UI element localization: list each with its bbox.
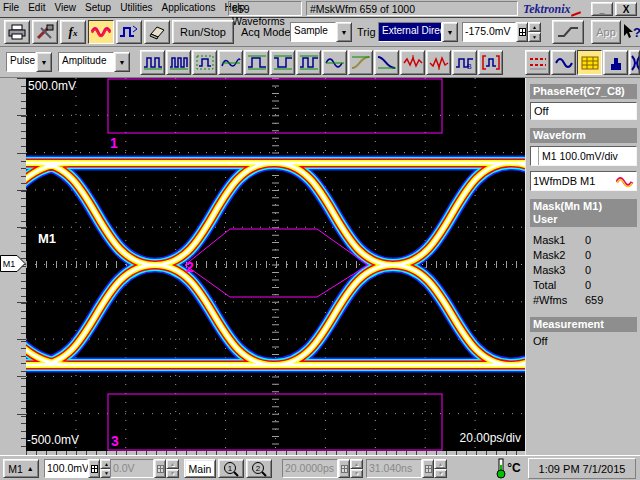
noise-pos-icon — [403, 54, 423, 71]
mag1-view-button[interactable]: 1 — [218, 459, 244, 478]
vertical-scale-value[interactable]: 100.0mV — [44, 459, 88, 478]
vectors-icon — [555, 55, 573, 71]
waveform-database-row[interactable]: 1WfmDB M1 — [530, 171, 637, 191]
view-vectors-button[interactable] — [551, 50, 576, 75]
meas-sine-mid-button[interactable] — [218, 50, 243, 75]
signal-class-select[interactable]: Pulse ▼ — [6, 52, 52, 72]
phaseref-value[interactable]: Off — [530, 102, 637, 120]
meas-overshoot-button[interactable] — [296, 50, 321, 75]
menu-utilities[interactable]: Utilities — [117, 0, 155, 15]
acq-mode-select[interactable]: Sample ▼ — [290, 22, 352, 42]
mag2-view-button[interactable]: 2 — [246, 459, 272, 478]
meas-neg-duty-button[interactable] — [270, 50, 295, 75]
trig-source-select[interactable]: External Direct ▼ — [378, 22, 458, 42]
keypad-icon[interactable] — [88, 459, 100, 478]
view-cursors-button[interactable] — [525, 50, 550, 75]
horizontal-delay-stepper: ▲▼ — [434, 459, 447, 478]
view-eye-button[interactable] — [629, 50, 640, 75]
minimize-button[interactable]: _ — [591, 2, 613, 16]
eraser-icon — [147, 24, 167, 40]
mask2-label: 2 — [186, 259, 194, 275]
menu-setup[interactable]: Setup — [82, 0, 114, 15]
brand-red-swoosh — [571, 11, 581, 16]
mask-header-title: Mask(Mn M1) — [533, 200, 634, 213]
trig-level-value[interactable]: -175.0mV — [462, 22, 516, 42]
measurement-header: Measurement — [530, 317, 637, 332]
overshoot-icon — [299, 54, 319, 71]
trig-source-dropdown-arrow-icon[interactable]: ▼ — [442, 22, 458, 42]
trig-slope-button[interactable] — [552, 20, 584, 44]
close-button[interactable]: X — [615, 2, 637, 16]
mag2-digit: 2 — [256, 464, 261, 473]
trig-level-stepper[interactable]: ▲▼ — [528, 22, 541, 42]
view-mask-button[interactable] — [577, 50, 602, 75]
horizontal-scale-spinbox: 20.0000ps ▲▼ — [282, 459, 363, 478]
trig-source-value: External Direct — [378, 22, 442, 42]
mask1-count-value: 0 — [585, 234, 591, 246]
meas-frequency-button[interactable] — [166, 50, 191, 75]
view-histogram-button[interactable] — [603, 50, 628, 75]
mask-waveform-counter: #MskWfm 659 of 1000 — [306, 1, 518, 16]
run-stop-button[interactable]: Run/Stop — [172, 20, 234, 44]
horizontal-scale-value: 20.0000ps — [282, 459, 338, 478]
temperature-unit-label: °C — [507, 461, 520, 475]
meas-period-button[interactable] — [140, 50, 165, 75]
eye-trace-layer — [26, 163, 525, 365]
step-up-icon[interactable]: ▲ — [528, 22, 541, 32]
horizontal-delay-spinbox: 31.040ns ▲▼ — [366, 459, 447, 478]
keypad-icon[interactable] — [516, 22, 528, 42]
svg-text:B: B — [467, 63, 472, 70]
waveform-scale-text: M1 100.0mV/div — [539, 150, 618, 162]
keypad-icon — [338, 459, 350, 478]
meas-gated-width-button[interactable] — [192, 50, 217, 75]
keypad-icon — [422, 459, 434, 478]
meas-sine-cross-button[interactable] — [322, 50, 347, 75]
meas-bracketed-pulse-button[interactable] — [478, 50, 503, 75]
menu-file[interactable]: File — [0, 0, 22, 15]
vertical-scale-spinbox[interactable]: 100.0mV ▲▼ — [44, 459, 113, 478]
waveform-select-box[interactable] — [531, 147, 539, 165]
waveform-scale-row[interactable]: M1 100.0mV/div — [530, 146, 637, 166]
temperature-indicator: °C — [490, 457, 526, 479]
m1-channel-marker[interactable]: M1 — [0, 255, 26, 272]
acquisition-button[interactable] — [116, 20, 142, 44]
meas-fall-time-button[interactable] — [374, 50, 399, 75]
meas-noise-neg-button[interactable] — [426, 50, 451, 75]
mag1-digit: 1 — [228, 464, 233, 473]
source-selector-button[interactable]: M1 ▲ — [3, 459, 39, 478]
acq-mode-dropdown-arrow-icon[interactable]: ▼ — [336, 22, 352, 42]
context-help-button[interactable]: ? — [622, 21, 640, 43]
meas-bit-time-button[interactable]: B — [452, 50, 477, 75]
menu-view[interactable]: View — [51, 0, 79, 15]
meas-noise-pos-button[interactable] — [400, 50, 425, 75]
brand-text: Tektronix — [523, 2, 571, 16]
magnifier-1-icon: 1 — [222, 461, 240, 477]
graticule[interactable]: 1 2 3 500.0mV -500.0mV 20.00ps/div M1 — [26, 78, 525, 451]
waveform-display-button[interactable] — [88, 20, 114, 44]
meas-category-select[interactable]: Amplitude ▼ — [58, 52, 130, 72]
app-button[interactable]: App — [591, 20, 621, 44]
menu-applications[interactable]: Applications — [159, 0, 219, 15]
meas-category-dropdown-arrow-icon[interactable]: ▼ — [114, 52, 130, 72]
measurement-buttons: B — [140, 50, 503, 75]
meas-rise-time-button[interactable] — [348, 50, 373, 75]
menu-edit[interactable]: Edit — [25, 0, 48, 15]
signal-class-dropdown-arrow-icon[interactable]: ▼ — [36, 52, 52, 72]
mask2-count-value: 0 — [585, 249, 591, 261]
meas-pos-duty-button[interactable] — [244, 50, 269, 75]
step-up-icon: ▲ — [350, 459, 363, 469]
app-label: App — [596, 26, 616, 38]
fx-icon: fx — [69, 24, 78, 40]
step-down-icon[interactable]: ▼ — [528, 32, 541, 42]
print-button[interactable] — [4, 20, 30, 44]
mask-total-row: Total0 — [530, 279, 637, 291]
formula-button[interactable]: fx — [60, 20, 86, 44]
waveform-counter: 659 Waveforms — [228, 1, 302, 16]
tools-button[interactable] — [32, 20, 58, 44]
grid-lines — [26, 78, 525, 451]
phaseref-header: PhaseRef(C7_C8) — [530, 84, 637, 99]
trig-level-spinbox[interactable]: -175.0mV ▲▼ — [462, 22, 541, 42]
main-view-button[interactable]: Main — [184, 459, 216, 478]
noise-neg-icon — [429, 54, 449, 71]
eraser-button[interactable] — [144, 20, 170, 44]
